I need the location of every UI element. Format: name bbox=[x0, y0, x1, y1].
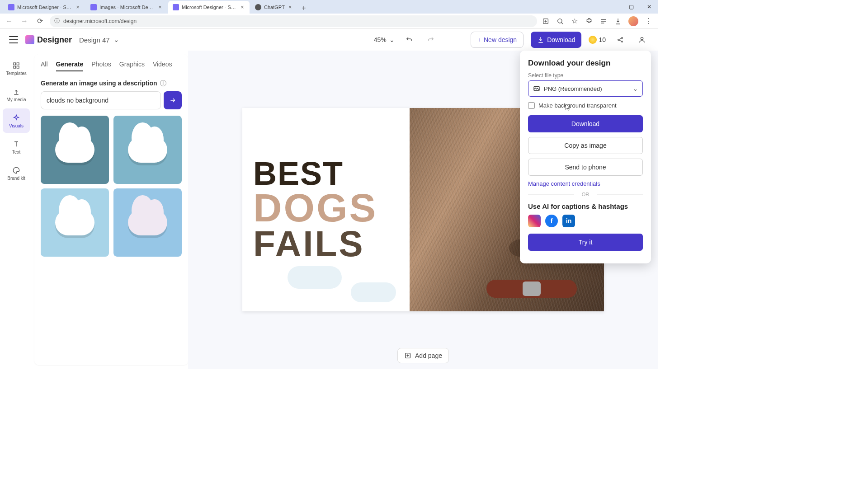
close-icon[interactable]: × bbox=[157, 5, 163, 10]
hamburger-menu-button[interactable] bbox=[9, 36, 18, 43]
visuals-panel: All Generate Photos Graphics Videos Gene… bbox=[34, 54, 188, 365]
tab-title: Microsoft Designer - Stunning bbox=[182, 5, 237, 10]
send-to-phone-button[interactable]: Send to phone bbox=[528, 159, 643, 176]
facebook-icon[interactable]: f bbox=[545, 215, 558, 227]
placed-cloud-element[interactable] bbox=[351, 282, 396, 302]
app-logo[interactable]: Designer bbox=[25, 35, 72, 45]
tab-title: Microsoft Designer - Stunning bbox=[17, 5, 72, 10]
site-info-icon[interactable]: ⓘ bbox=[54, 17, 60, 25]
text-icon bbox=[12, 140, 21, 149]
cloud-icon bbox=[55, 210, 95, 235]
tab-generate[interactable]: Generate bbox=[56, 61, 84, 71]
instagram-icon[interactable] bbox=[528, 215, 541, 227]
minimize-button[interactable]: — bbox=[604, 0, 622, 14]
rail-visuals[interactable]: Visuals bbox=[3, 108, 30, 133]
credits-display[interactable]: 10 bbox=[589, 36, 606, 44]
result-thumbnail[interactable] bbox=[41, 188, 109, 257]
download-button[interactable]: Download bbox=[531, 32, 581, 48]
svg-rect-6 bbox=[14, 63, 16, 65]
result-thumbnail[interactable] bbox=[113, 116, 182, 184]
rail-label: My media bbox=[6, 97, 26, 102]
logo-mark-icon bbox=[25, 35, 34, 44]
prompt-input[interactable]: clouds no background bbox=[41, 91, 161, 109]
popover-download-label: Download bbox=[571, 120, 599, 127]
placed-cloud-element[interactable] bbox=[288, 266, 342, 289]
download-popover: Download your design Select file type PN… bbox=[520, 51, 651, 263]
download-label: Download bbox=[547, 36, 575, 43]
svg-rect-8 bbox=[14, 66, 16, 68]
new-design-label: New design bbox=[484, 36, 517, 43]
rail-my-media[interactable]: My media bbox=[3, 82, 30, 107]
sparkle-icon bbox=[12, 113, 21, 122]
close-window-button[interactable]: ✕ bbox=[640, 0, 658, 14]
favicon-designer-icon bbox=[90, 4, 97, 10]
document-title: Design 47 bbox=[79, 36, 110, 44]
address-bar[interactable]: ⓘ designer.microsoft.com/design bbox=[50, 15, 537, 27]
reading-list-icon[interactable] bbox=[599, 17, 608, 25]
window-controls: — ▢ ✕ bbox=[604, 0, 658, 14]
generate-submit-button[interactable] bbox=[164, 91, 182, 109]
info-icon[interactable]: i bbox=[160, 80, 166, 86]
browser-titlebar: Microsoft Designer - Stunning × Images -… bbox=[0, 0, 658, 14]
manage-credentials-link[interactable]: Manage content credentials bbox=[528, 180, 643, 187]
copy-as-image-button[interactable]: Copy as image bbox=[528, 137, 643, 154]
back-button[interactable]: ← bbox=[4, 16, 14, 27]
bookmark-icon[interactable]: ☆ bbox=[571, 17, 579, 25]
kebab-menu-icon[interactable]: ⋮ bbox=[645, 17, 653, 25]
credits-count: 10 bbox=[599, 36, 606, 43]
rail-label: Templates bbox=[6, 71, 27, 76]
rail-label: Brand kit bbox=[7, 176, 25, 181]
linkedin-icon[interactable]: in bbox=[562, 215, 575, 227]
rail-brand-kit[interactable]: Brand kit bbox=[3, 161, 30, 185]
left-rail: Templates My media Visuals Text Brand ki… bbox=[0, 51, 33, 369]
prompt-value: clouds no background bbox=[47, 97, 108, 104]
document-title-dropdown[interactable]: Design 47 ⌄ bbox=[79, 36, 119, 44]
close-icon[interactable]: × bbox=[288, 5, 293, 10]
close-icon[interactable]: × bbox=[75, 5, 80, 10]
favicon-designer-icon bbox=[8, 4, 14, 10]
rail-text[interactable]: Text bbox=[3, 135, 30, 159]
new-design-button[interactable]: + New design bbox=[471, 32, 524, 48]
profile-avatar[interactable] bbox=[628, 16, 638, 26]
headline-line-1: BEST bbox=[253, 158, 410, 189]
reload-button[interactable]: ⟳ bbox=[34, 16, 45, 27]
svg-rect-9 bbox=[17, 66, 19, 68]
account-button[interactable] bbox=[635, 33, 649, 47]
close-icon[interactable]: × bbox=[240, 5, 245, 10]
downloads-icon[interactable] bbox=[614, 17, 622, 25]
rail-templates[interactable]: Templates bbox=[3, 56, 30, 80]
transparent-bg-checkbox[interactable]: Make background transparent bbox=[528, 102, 643, 109]
ai-captions-heading: Use AI for captions & hashtags bbox=[528, 202, 643, 210]
browser-tab[interactable]: Images - Microsoft Designer × bbox=[86, 1, 167, 14]
browser-tab[interactable]: ChatGPT × bbox=[250, 1, 297, 14]
share-button[interactable] bbox=[613, 33, 627, 47]
coin-icon bbox=[589, 36, 597, 44]
tab-photos[interactable]: Photos bbox=[91, 61, 111, 71]
extensions-icon[interactable] bbox=[585, 17, 593, 25]
palette-icon bbox=[12, 166, 21, 175]
install-app-icon[interactable] bbox=[542, 17, 550, 25]
zoom-value: 45% bbox=[374, 36, 387, 43]
result-thumbnail[interactable] bbox=[41, 116, 109, 184]
canvas-area[interactable]: BEST DOGS FAILS Add page Download your d… bbox=[188, 51, 658, 369]
browser-tab[interactable]: Microsoft Designer - Stunning × bbox=[4, 1, 85, 14]
tab-graphics[interactable]: Graphics bbox=[119, 61, 145, 71]
file-type-label: Select file type bbox=[528, 72, 643, 79]
file-type-select[interactable]: PNG (Recommended) ⌄ bbox=[528, 80, 643, 97]
popover-download-button[interactable]: Download bbox=[528, 115, 643, 132]
add-page-button[interactable]: Add page bbox=[397, 348, 449, 363]
zoom-control[interactable]: 45% ⌄ bbox=[374, 36, 395, 43]
redo-button[interactable] bbox=[424, 33, 438, 47]
tab-all[interactable]: All bbox=[41, 61, 48, 71]
tab-videos[interactable]: Videos bbox=[153, 61, 172, 71]
favicon-designer-icon bbox=[173, 4, 179, 10]
maximize-button[interactable]: ▢ bbox=[622, 0, 640, 14]
zoom-icon[interactable] bbox=[556, 17, 564, 25]
chevron-down-icon: ⌄ bbox=[633, 85, 638, 92]
undo-button[interactable] bbox=[402, 33, 416, 47]
browser-tab-active[interactable]: Microsoft Designer - Stunning × bbox=[168, 1, 250, 14]
result-thumbnail[interactable] bbox=[113, 188, 182, 257]
try-it-button[interactable]: Try it bbox=[528, 234, 643, 251]
forward-button[interactable]: → bbox=[19, 16, 30, 27]
new-tab-button[interactable]: + bbox=[298, 3, 309, 14]
